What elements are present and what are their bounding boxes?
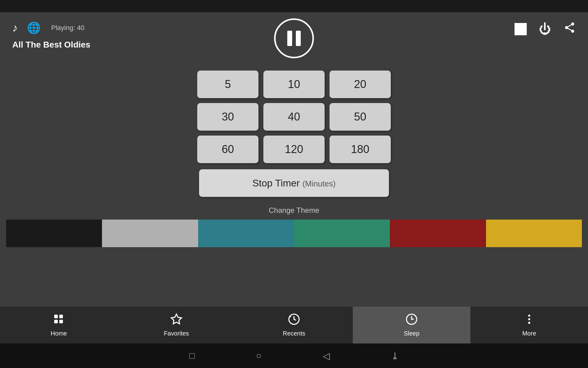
nav-item-recents[interactable]: Recents [235,307,353,343]
svg-marker-4 [171,314,181,324]
android-back-btn[interactable]: ◁ [323,351,330,361]
favorites-icon [170,313,183,328]
nav-item-favorites[interactable]: Favorites [118,307,235,343]
svg-rect-2 [59,315,63,318]
theme-swatch-teal-medium[interactable] [294,220,390,247]
nav-item-home[interactable]: Home [0,307,118,343]
theme-swatches [0,220,588,247]
stop-icon[interactable] [514,23,527,35]
svg-rect-3 [59,320,63,324]
top-bar: ♪ 🌐 Playing: 40 All The Best Oldies ⏻ [0,12,588,67]
timer-section: 5 10 20 30 40 50 60 120 180 Stop Timer (… [0,71,588,307]
home-icon [53,313,65,328]
playing-text: Playing: 40 [51,24,85,32]
top-bar-icons: ♪ 🌐 Playing: 40 [12,21,85,34]
timer-btn-10[interactable]: 10 [263,71,325,98]
theme-swatch-dark-red[interactable] [390,220,486,247]
nav-item-sleep[interactable]: Sleep [353,307,470,343]
status-bar [0,0,588,12]
timer-btn-120[interactable]: 120 [263,136,325,163]
stop-timer-button[interactable]: Stop Timer (Minutes) [199,169,389,197]
android-square-btn[interactable]: □ [189,351,195,361]
sleep-icon [405,313,418,328]
nav-item-more[interactable]: More [470,307,588,343]
stop-timer-label: Stop Timer [252,178,300,189]
share-icon[interactable] [564,21,576,36]
android-download-btn[interactable]: ⤓ [391,351,399,361]
power-icon[interactable]: ⏻ [539,22,551,36]
theme-swatch-black[interactable] [6,220,102,247]
pause-bar-right [296,31,301,46]
svg-rect-0 [54,315,58,318]
nav-label-sleep: Sleep [404,330,419,337]
nav-label-more: More [522,330,536,337]
globe-icon[interactable]: 🌐 [27,21,41,34]
stop-timer-suffix: (Minutes) [303,179,336,188]
svg-point-8 [528,318,530,320]
change-theme-label: Change Theme [269,206,319,215]
timer-grid: 5 10 20 30 40 50 60 120 180 [197,71,391,163]
top-bar-left: ♪ 🌐 Playing: 40 All The Best Oldies [12,21,90,50]
bottom-nav: Home Favorites Recents Sleep [0,307,588,343]
recents-icon [288,313,300,328]
nav-label-recents: Recents [283,330,305,337]
pause-button[interactable] [274,18,314,58]
timer-btn-40[interactable]: 40 [263,103,325,131]
theme-swatch-teal-dark[interactable] [198,220,294,247]
theme-swatch-gray[interactable] [102,220,198,247]
pause-icon [287,31,301,46]
theme-swatch-yellow[interactable] [486,220,582,247]
nav-label-home: Home [51,330,67,337]
svg-point-7 [528,315,530,317]
timer-btn-50[interactable]: 50 [330,103,391,131]
music-icon[interactable]: ♪ [12,21,18,34]
svg-rect-1 [54,320,58,324]
pause-bar-left [287,31,292,46]
timer-btn-30[interactable]: 30 [197,103,258,131]
more-icon [523,313,535,328]
station-name: All The Best Oldies [12,40,90,50]
android-nav: □ ○ ◁ ⤓ [0,343,588,368]
top-bar-right: ⏻ [514,21,576,36]
timer-btn-5[interactable]: 5 [197,71,258,98]
android-home-btn[interactable]: ○ [256,351,262,361]
main-content: ♪ 🌐 Playing: 40 All The Best Oldies ⏻ [0,12,588,307]
timer-btn-60[interactable]: 60 [197,136,258,163]
pause-button-center [274,18,314,58]
svg-point-9 [528,322,530,324]
timer-btn-180[interactable]: 180 [330,136,391,163]
nav-label-favorites: Favorites [164,330,189,337]
timer-btn-20[interactable]: 20 [330,71,391,98]
